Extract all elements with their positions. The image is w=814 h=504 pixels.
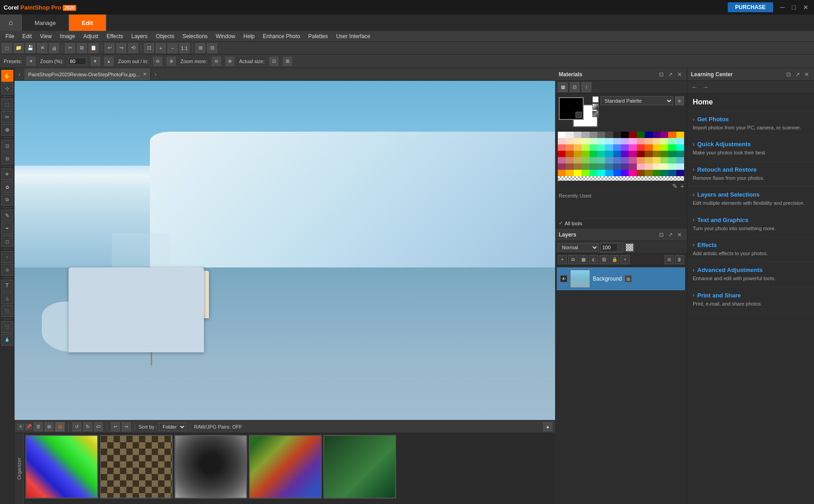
transparent-btn[interactable] bbox=[592, 111, 599, 117]
file-tab-close[interactable]: ✕ bbox=[143, 71, 147, 77]
swatch[interactable] bbox=[621, 138, 629, 144]
menu-window[interactable]: Window bbox=[212, 32, 239, 40]
swatch[interactable] bbox=[597, 170, 605, 176]
swatch[interactable] bbox=[574, 132, 581, 138]
history-button[interactable]: ⟲ bbox=[128, 43, 138, 53]
menu-palettes[interactable]: Palettes bbox=[305, 32, 332, 40]
swatch[interactable] bbox=[668, 151, 676, 157]
swap-colors-btn[interactable] bbox=[592, 96, 599, 103]
tool-selection[interactable]: ⬚ bbox=[1, 99, 13, 110]
menu-image[interactable]: Image bbox=[56, 32, 79, 40]
swatch[interactable] bbox=[645, 144, 652, 151]
swatch[interactable] bbox=[566, 144, 573, 151]
swatch[interactable] bbox=[590, 132, 597, 138]
open-button[interactable]: 📁 bbox=[14, 43, 24, 53]
swatch[interactable] bbox=[574, 157, 581, 163]
swatch[interactable] bbox=[653, 144, 660, 151]
cut-button[interactable]: ✂ bbox=[65, 43, 75, 53]
swatch[interactable] bbox=[676, 132, 684, 138]
zoom-actual-button[interactable]: 1:1 bbox=[179, 43, 189, 53]
close-button[interactable]: ✕ bbox=[37, 43, 47, 53]
swatch[interactable] bbox=[613, 170, 621, 176]
swatch[interactable] bbox=[645, 151, 652, 157]
swatch[interactable] bbox=[660, 157, 668, 163]
learning-forward-btn[interactable]: → bbox=[701, 83, 710, 92]
swatch[interactable] bbox=[629, 170, 636, 176]
swatch[interactable] bbox=[605, 157, 613, 163]
menu-effects[interactable]: Effects bbox=[103, 32, 127, 40]
sort-by-select[interactable]: Folder bbox=[159, 423, 186, 431]
layers-close-btn[interactable]: ✕ bbox=[676, 231, 683, 238]
swatch[interactable] bbox=[668, 170, 676, 176]
swatch[interactable] bbox=[668, 157, 676, 163]
blend-mode-select[interactable]: Normal bbox=[558, 243, 599, 252]
tool-airbrush[interactable]: ✒ bbox=[1, 222, 13, 234]
swatch[interactable] bbox=[558, 170, 566, 176]
add-color-icon[interactable]: + bbox=[680, 183, 684, 190]
swatch[interactable] bbox=[668, 132, 676, 138]
swatch[interactable] bbox=[605, 163, 613, 170]
edit-tab[interactable]: Edit bbox=[69, 15, 106, 31]
tool-dropper[interactable]: 💧 bbox=[1, 334, 13, 346]
menu-edit[interactable]: Edit bbox=[19, 32, 35, 40]
palette-menu-btn[interactable]: ≡ bbox=[675, 96, 684, 105]
swatch[interactable] bbox=[613, 132, 621, 138]
swatch[interactable] bbox=[581, 151, 589, 157]
zoom-in-btn[interactable]: ⊕ bbox=[167, 57, 176, 66]
mat-swatches-btn[interactable]: ▦ bbox=[558, 82, 568, 92]
swatch[interactable] bbox=[558, 157, 566, 163]
swatch[interactable] bbox=[566, 138, 573, 144]
swatch[interactable] bbox=[581, 170, 589, 176]
paste-button[interactable]: 📋 bbox=[89, 43, 99, 53]
zoom-out-btn[interactable]: ⊖ bbox=[153, 57, 162, 66]
learning-item-text-graphics[interactable]: › Text and Graphics Turn your photo into… bbox=[687, 212, 814, 237]
swatch[interactable] bbox=[637, 157, 645, 163]
tool-makeover[interactable]: ✿ bbox=[1, 181, 13, 193]
mat-mixer-btn[interactable]: ⊡ bbox=[570, 82, 580, 92]
layer-delete-btn[interactable]: 🗑 bbox=[675, 255, 684, 264]
minimize-button[interactable]: ─ bbox=[779, 4, 787, 11]
swatch[interactable] bbox=[653, 157, 660, 163]
swatch[interactable] bbox=[637, 132, 645, 138]
swatch[interactable] bbox=[597, 163, 605, 170]
swatch[interactable] bbox=[629, 132, 636, 138]
learning-item-effects[interactable]: › Effects Add artistic effects to your p… bbox=[687, 237, 814, 262]
layer-background[interactable]: 👁 Background ⊞ bbox=[557, 267, 685, 290]
tool-freehand[interactable]: ✂ bbox=[1, 111, 13, 123]
swatch[interactable] bbox=[621, 157, 629, 163]
swatch[interactable] bbox=[637, 170, 645, 176]
redo-button[interactable]: ↪ bbox=[116, 43, 126, 53]
swatch[interactable] bbox=[574, 144, 581, 151]
opacity-pattern[interactable] bbox=[625, 243, 634, 252]
view-details-btn[interactable]: ▤ bbox=[55, 422, 65, 431]
redo-org-btn[interactable]: ↪ bbox=[122, 422, 131, 431]
layer-duplicate-btn[interactable]: ⧉ bbox=[568, 255, 577, 264]
layer-mask-btn[interactable]: ◐ bbox=[589, 255, 598, 264]
menu-objects[interactable]: Objects bbox=[152, 32, 178, 40]
swatch[interactable] bbox=[590, 157, 597, 163]
swatch[interactable] bbox=[613, 163, 621, 170]
layer-group-btn[interactable]: ▦ bbox=[579, 255, 588, 264]
swatch[interactable] bbox=[645, 163, 652, 170]
zoom-fit-button[interactable]: ⊡ bbox=[144, 43, 154, 53]
swatch[interactable] bbox=[605, 144, 613, 151]
swatch[interactable] bbox=[637, 163, 645, 170]
undo-button[interactable]: ↩ bbox=[104, 43, 114, 53]
learning-item-print-share[interactable]: › Print and Share Print, e-mail, and sha… bbox=[687, 287, 814, 312]
zoom-more-out-btn[interactable]: ⊖ bbox=[212, 57, 221, 66]
layer-new-btn[interactable]: + bbox=[558, 255, 567, 264]
tool-blur[interactable]: ◎ bbox=[1, 264, 13, 276]
tool-red-eye[interactable]: 👁 bbox=[1, 168, 13, 180]
transparent-swatch[interactable] bbox=[558, 176, 684, 181]
swatch[interactable] bbox=[660, 170, 668, 176]
swatch[interactable] bbox=[645, 170, 652, 176]
rotate-right-btn[interactable]: ↻ bbox=[83, 422, 92, 431]
swatch[interactable] bbox=[566, 157, 573, 163]
palette-select[interactable]: Standard Palette bbox=[601, 96, 673, 105]
thumbnail-2[interactable] bbox=[100, 435, 173, 499]
swatch[interactable] bbox=[653, 138, 660, 144]
materials-expand-btn[interactable]: ⊡ bbox=[658, 71, 665, 78]
swatch[interactable] bbox=[676, 163, 684, 170]
swatch[interactable] bbox=[660, 151, 668, 157]
swatch[interactable] bbox=[566, 151, 573, 157]
